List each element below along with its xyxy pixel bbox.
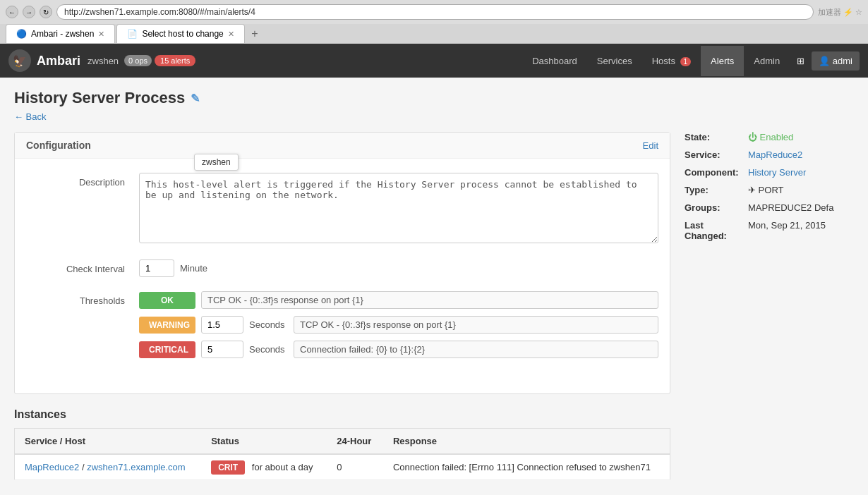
crit-status-badge: CRIT — [211, 460, 245, 475]
back-btn[interactable]: ← — [6, 6, 18, 18]
nav-hosts[interactable]: Hosts 1 — [642, 46, 701, 76]
type-val: ✈ PORT — [748, 185, 784, 195]
nav-alerts[interactable]: Alerts — [701, 46, 744, 76]
info-table: State: ⏻ Enabled Service: MapReduce2 Com… — [685, 132, 854, 241]
td-24hour: 0 — [327, 454, 383, 480]
interval-input[interactable] — [139, 259, 174, 277]
edit-config-btn[interactable]: Edit — [643, 140, 658, 151]
interval-unit: Minute — [180, 263, 207, 274]
nav-username: zwshen — [88, 56, 119, 66]
alerts-badge[interactable]: 15 alerts — [155, 55, 195, 66]
instances-tbody: MapReduce2 / zwshen71.example.com CRIT f… — [15, 454, 670, 480]
back-link[interactable]: ← Back — [14, 111, 47, 122]
main-layout: Configuration Edit Description Check Int… — [14, 132, 854, 480]
right-info-panel: State: ⏻ Enabled Service: MapReduce2 Com… — [685, 132, 854, 480]
refresh-btn[interactable]: ↻ — [40, 6, 52, 18]
edit-title-icon[interactable]: ✎ — [191, 92, 200, 105]
forward-btn[interactable]: → — [23, 6, 35, 18]
info-last-changed: Last Changed: Mon, Sep 21, 2015 — [685, 220, 854, 241]
left-panel: Configuration Edit Description Check Int… — [14, 132, 670, 480]
thresholds-row: Thresholds OK WARNING Second — [26, 291, 658, 365]
new-tab-btn[interactable]: + — [246, 25, 263, 42]
critical-btn[interactable]: CRITICAL — [139, 341, 195, 358]
groups-val: MAPREDUCE2 Defa — [748, 202, 833, 213]
nav-dashboard[interactable]: Dashboard — [522, 46, 587, 76]
td-status: CRIT for about a day — [201, 454, 327, 480]
col-service-host: Service / Host — [15, 429, 202, 455]
col-status: Status — [201, 429, 327, 455]
instances-title: Instances — [14, 408, 670, 421]
service-link[interactable]: MapReduce2 — [25, 462, 79, 472]
last-changed-val: Mon, Sep 21, 2015 — [748, 220, 826, 241]
check-interval-content: Minute — [139, 259, 658, 277]
browser-tabs: 🔵 Ambari - zwshen ✕ 📄 Select host to cha… — [0, 24, 868, 43]
info-type: Type: ✈ PORT — [685, 185, 854, 195]
service-val[interactable]: MapReduce2 — [748, 149, 802, 160]
configuration-card: Configuration Edit Description Check Int… — [14, 132, 670, 394]
type-key: Type: — [685, 185, 748, 195]
last-changed-key: Last Changed: — [685, 220, 748, 241]
col-response: Response — [383, 429, 670, 455]
description-content — [139, 173, 658, 245]
tab-close-ambari[interactable]: ✕ — [98, 30, 104, 39]
warning-val-input[interactable] — [201, 316, 243, 334]
ok-text-input[interactable] — [201, 291, 658, 309]
check-interval-label: Check Interval — [26, 259, 139, 274]
component-key: Component: — [685, 167, 748, 178]
ok-btn[interactable]: OK — [139, 292, 195, 309]
instances-table: Service / Host Status 24-Hour Response M… — [14, 428, 670, 480]
nav-services[interactable]: Services — [587, 46, 642, 76]
tab-ambari[interactable]: 🔵 Ambari - zwshen ✕ — [6, 24, 115, 43]
grid-icon[interactable]: ⊞ — [790, 46, 812, 76]
ambari-brand: Ambari — [37, 54, 80, 68]
info-service: Service: MapReduce2 — [685, 149, 854, 160]
page-title: History Server Process ✎ — [14, 89, 854, 107]
groups-key: Groups: — [685, 202, 748, 213]
description-label: Description — [26, 173, 139, 188]
tab-close-select-host[interactable]: ✕ — [228, 30, 234, 39]
tab-label-ambari: Ambari - zwshen — [31, 29, 94, 39]
browser-chrome: ← → ↻ http://zwshen71.example.com:8080/#… — [0, 0, 868, 44]
critical-threshold-row: CRITICAL Seconds — [139, 341, 658, 358]
user-menu-btn[interactable]: 👤 admi — [812, 51, 860, 71]
check-interval-row: Check Interval Minute — [26, 259, 658, 277]
info-groups: Groups: MAPREDUCE2 Defa — [685, 202, 854, 213]
tab-label-select-host: Select host to change — [142, 29, 223, 39]
nav-links: Dashboard Services Hosts 1 Alerts Admin … — [522, 46, 860, 76]
nav-admin[interactable]: Admin — [744, 46, 790, 76]
hosts-alert-badge: 1 — [680, 57, 692, 66]
state-val: ⏻ Enabled — [748, 132, 793, 142]
ok-threshold-row: OK — [139, 291, 658, 309]
critical-text-input[interactable] — [294, 341, 658, 358]
ambari-logo: 🦅 — [8, 49, 31, 72]
thresholds-label: Thresholds — [26, 291, 139, 306]
host-link[interactable]: zwshen71.example.com — [87, 462, 185, 472]
td-service-host: MapReduce2 / zwshen71.example.com — [15, 454, 202, 480]
info-state: State: ⏻ Enabled — [685, 132, 854, 142]
url-bar[interactable]: http://zwshen71.example.com:8080/#/main/… — [56, 4, 814, 20]
nav-hosts-label: Hosts — [652, 56, 675, 66]
service-key: Service: — [685, 149, 748, 160]
state-key: State: — [685, 132, 748, 142]
col-24hour: 24-Hour — [327, 429, 383, 455]
tab-favicon-2: 📄 — [127, 29, 138, 39]
page-content: zwshen History Server Process ✎ ← Back C… — [0, 78, 868, 491]
thresholds-content: OK WARNING Seconds — [139, 291, 658, 365]
browser-toolbar: ← → ↻ http://zwshen71.example.com:8080/#… — [0, 0, 868, 24]
component-val[interactable]: History Server — [748, 167, 806, 178]
warning-text-input[interactable] — [294, 316, 658, 334]
config-header: Configuration Edit — [15, 133, 670, 159]
description-textarea[interactable] — [139, 173, 658, 243]
ops-badge[interactable]: 0 ops — [124, 55, 152, 66]
critical-val-input[interactable] — [201, 341, 243, 358]
warning-btn[interactable]: WARNING — [139, 317, 195, 334]
instances-header-row: Service / Host Status 24-Hour Response — [15, 429, 670, 455]
info-component: Component: History Server — [685, 167, 854, 178]
username-tooltip: zwshen — [194, 154, 239, 171]
tab-select-host[interactable]: 📄 Select host to change ✕ — [116, 24, 244, 43]
warning-unit: Seconds — [249, 319, 288, 330]
instances-section: Instances Service / Host Status 24-Hour … — [14, 408, 670, 480]
table-row: MapReduce2 / zwshen71.example.com CRIT f… — [15, 454, 670, 480]
description-row: Description — [26, 173, 658, 245]
critical-unit: Seconds — [249, 344, 288, 355]
